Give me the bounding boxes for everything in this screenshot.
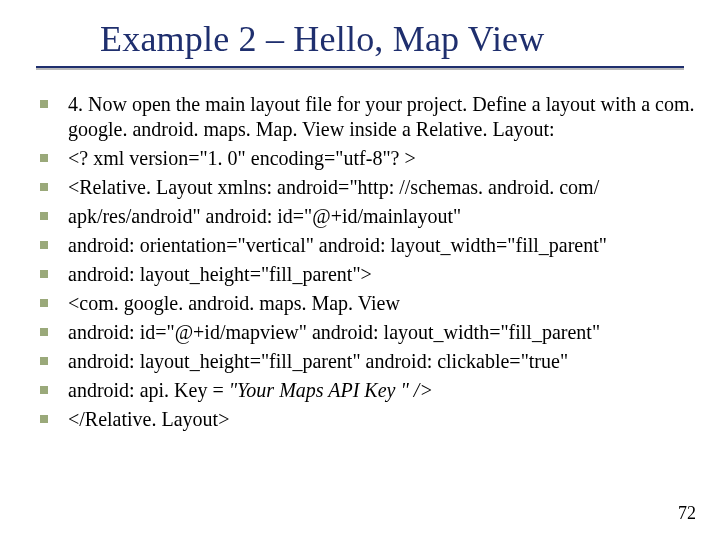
list-item: apk/res/android" android: id="@+id/mainl… [36, 204, 696, 229]
item-text: apk/res/android" android: id="@+id/mainl… [68, 204, 461, 229]
bullet-icon [40, 357, 48, 365]
list-item: android: layout_height="fill_parent" and… [36, 349, 696, 374]
bullet-icon [40, 328, 48, 336]
list-item: <Relative. Layout xmlns: android="http: … [36, 175, 696, 200]
item-text: <com. google. android. maps. Map. View [68, 291, 400, 316]
list-item: 4. Now open the main layout file for you… [36, 92, 696, 142]
item-text: 4. Now open the main layout file for you… [68, 92, 696, 142]
item-text: android: api. Key = "Your Maps API Key "… [68, 378, 433, 403]
bullet-icon [40, 183, 48, 191]
bullet-icon [40, 212, 48, 220]
list-item: <? xml version="1. 0" encoding="utf-8"? … [36, 146, 696, 171]
bullet-icon [40, 100, 48, 108]
item-text: <Relative. Layout xmlns: android="http: … [68, 175, 599, 200]
list-item: </Relative. Layout> [36, 407, 696, 432]
slide-title: Example 2 – Hello, Map View [100, 18, 544, 60]
item-text: android: layout_height="fill_parent"> [68, 262, 372, 287]
bullet-icon [40, 299, 48, 307]
list-item: android: id="@+id/mapview" android: layo… [36, 320, 696, 345]
item-text-prefix: android: api. Key = [68, 379, 229, 401]
page-number: 72 [678, 503, 696, 524]
bullet-icon [40, 386, 48, 394]
list-item: <com. google. android. maps. Map. View [36, 291, 696, 316]
bullet-icon [40, 415, 48, 423]
item-text: <? xml version="1. 0" encoding="utf-8"? … [68, 146, 416, 171]
item-text: </Relative. Layout> [68, 407, 229, 432]
bullet-icon [40, 154, 48, 162]
item-text: android: id="@+id/mapview" android: layo… [68, 320, 600, 345]
item-text: android: layout_height="fill_parent" and… [68, 349, 568, 374]
list-item: android: api. Key = "Your Maps API Key "… [36, 378, 696, 403]
title-underline-shadow [36, 68, 684, 70]
bullet-icon [40, 270, 48, 278]
item-text: android: orientation="vertical" android:… [68, 233, 607, 258]
bullet-icon [40, 241, 48, 249]
list-item: android: orientation="vertical" android:… [36, 233, 696, 258]
list-item: android: layout_height="fill_parent"> [36, 262, 696, 287]
content-area: 4. Now open the main layout file for you… [36, 92, 696, 436]
slide: Example 2 – Hello, Map View 4. Now open … [0, 0, 720, 540]
item-text-italic: "Your Maps API Key " /> [229, 379, 433, 401]
